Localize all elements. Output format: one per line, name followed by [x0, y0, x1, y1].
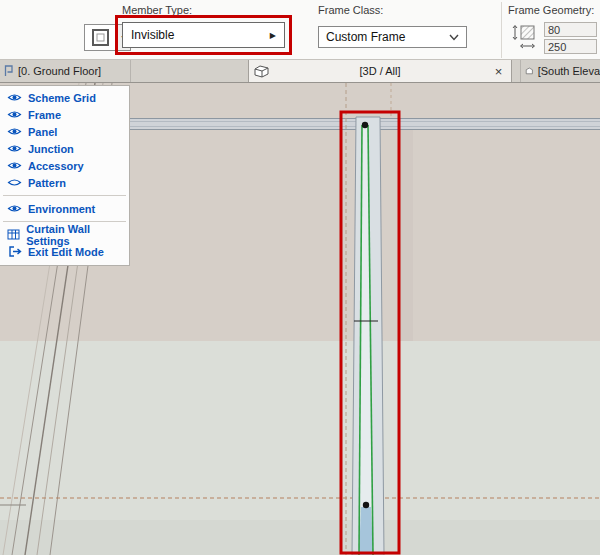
- eye-icon: [6, 143, 23, 154]
- panel-item-label: Junction: [28, 143, 74, 155]
- story-tab-icon: [3, 65, 14, 77]
- edit-mode-panel: Scheme Grid Frame Panel Junction Accesso: [0, 85, 130, 266]
- tab-3d-all-label: [3D / All]: [269, 65, 491, 77]
- panel-item-scheme-grid[interactable]: Scheme Grid: [0, 89, 129, 106]
- frame-class-label: Frame Class:: [318, 4, 383, 16]
- chevron-down-icon: [449, 34, 459, 41]
- panel-symbol-icon: [91, 28, 110, 47]
- frame-geometry-label: Frame Geometry:: [508, 4, 594, 16]
- panel-item-frame[interactable]: Frame: [0, 106, 129, 123]
- member-type-dropdown[interactable]: Invisible ▶: [122, 22, 285, 48]
- tab-close-icon[interactable]: ×: [491, 64, 506, 79]
- panel-item-label: Scheme Grid: [28, 92, 96, 104]
- submenu-arrow-icon: ▶: [270, 31, 276, 40]
- frame-class-value: Custom Frame: [326, 30, 405, 44]
- tab-south-elevation-label: [South Eleva: [538, 65, 600, 77]
- tab-south-elevation[interactable]: [South Eleva: [520, 60, 600, 82]
- frame-geometry-icon: [510, 22, 538, 56]
- panel-item-label: Frame: [28, 109, 61, 121]
- frame-height-field[interactable]: [544, 39, 597, 54]
- tab-3d-all[interactable]: [3D / All] ×: [248, 60, 512, 82]
- member-type-highlight-box: Invisible ▶: [115, 15, 292, 55]
- 3d-cube-icon: [254, 65, 269, 78]
- panel-item-label: Pattern: [28, 177, 66, 189]
- elevation-tab-icon: [525, 65, 534, 77]
- settings-grid-icon: [6, 229, 21, 240]
- panel-item-environment[interactable]: Environment: [0, 200, 129, 217]
- panel-item-label: Accessory: [28, 160, 84, 172]
- tab-bar: [0. Ground Floor] [3D / All] × [South El…: [0, 60, 600, 83]
- panel-item-junction[interactable]: Junction: [0, 140, 129, 157]
- panel-item-label: Environment: [28, 203, 95, 215]
- panel-separator: [3, 195, 126, 196]
- panel-item-label: Curtain Wall Settings: [26, 223, 125, 247]
- eye-icon: [6, 160, 23, 171]
- tab-ground-floor-label: [0. Ground Floor]: [18, 65, 101, 77]
- viewport[interactable]: Scheme Grid Frame Panel Junction Accesso: [0, 83, 600, 555]
- frame-class-dropdown[interactable]: Custom Frame: [318, 26, 467, 48]
- toolbar: ▼ Member Type: Invisible ▶ Frame Class: …: [0, 0, 600, 60]
- eye-icon: [6, 109, 23, 120]
- panel-item-curtain-wall-settings[interactable]: Curtain Wall Settings: [0, 226, 129, 243]
- eye-icon: [6, 92, 23, 103]
- panel-item-label: Exit Edit Mode: [28, 246, 104, 258]
- eye-closed-icon: [6, 177, 23, 188]
- panel-item-accessory[interactable]: Accessory: [0, 157, 129, 174]
- panel-item-label: Panel: [28, 126, 57, 138]
- bottom-handle[interactable]: [363, 502, 369, 508]
- panel-type-button[interactable]: [84, 24, 117, 51]
- mullion-member[interactable]: [352, 117, 384, 555]
- panel-item-pattern[interactable]: Pattern: [0, 174, 129, 191]
- tab-ground-floor[interactable]: [0. Ground Floor]: [0, 60, 131, 82]
- frame-width-field[interactable]: [544, 22, 597, 37]
- member-type-value: Invisible: [131, 28, 174, 42]
- top-handle[interactable]: [362, 122, 368, 128]
- panel-item-panel[interactable]: Panel: [0, 123, 129, 140]
- exit-icon: [6, 246, 23, 257]
- eye-icon: [6, 126, 23, 137]
- eye-icon: [6, 203, 23, 214]
- toolbar-divider: [501, 2, 502, 58]
